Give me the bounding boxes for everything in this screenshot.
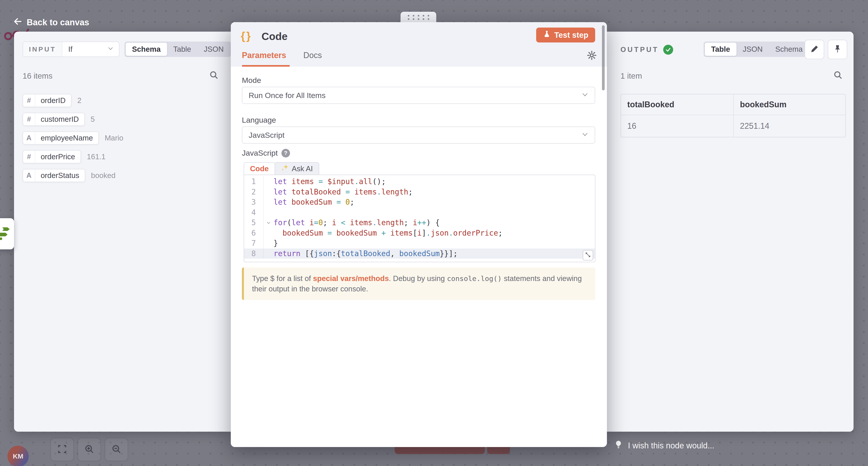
tab-docs[interactable]: Docs [303,51,322,60]
line-number: 1 [244,176,264,187]
output-panel: OUTPUT Table JSON Schema 1 item [607,32,854,432]
node-feedback-label: I wish this node would... [628,441,714,451]
code-line-text: let items = $input.all(); [274,177,386,186]
field-type-icon: # [23,113,35,125]
search-icon [209,77,219,80]
test-step-label: Test step [554,31,588,39]
success-check-icon [663,45,673,55]
input-search-button[interactable] [209,70,219,81]
code-line-text: } [274,239,278,247]
modal-scrollbar[interactable] [602,25,604,90]
code-node-icon: {} [241,29,252,42]
code-line-3[interactable]: 3let bookedSum = 0; [244,197,595,207]
test-step-button[interactable]: Test step [536,28,595,42]
input-tab-schema[interactable]: Schema [126,43,167,56]
back-to-canvas-button[interactable]: Back to canvas [13,17,89,28]
editor-tab-ask-ai[interactable]: Ask AI [275,162,319,175]
output-tab-table[interactable]: Table [705,43,737,56]
help-icon[interactable]: ? [281,149,290,158]
if-node-icon [0,225,13,242]
field-value: 2 [77,96,81,105]
input-node-selector[interactable]: INPUT If [23,41,119,57]
line-number: 8 [244,248,264,259]
schema-item: # customerID 5 [23,113,123,126]
code-line-6[interactable]: 6 bookedSum = bookedSum + items[i].json.… [244,228,595,238]
code-line-8[interactable]: 8return [{json:{totalBooked, bookedSum}}… [244,248,595,259]
output-search-button[interactable] [833,70,843,81]
chevron-down-icon [581,91,589,100]
hint-prefix: Type $ for a list of [252,274,313,282]
input-tab-json[interactable]: JSON [197,43,230,56]
flask-icon [543,30,551,40]
schema-field-pill[interactable]: # orderPrice [23,150,81,163]
language-select[interactable]: JavaScript [242,127,595,144]
schema-field-pill[interactable]: # customerID [23,113,85,126]
sparkles-icon [281,164,289,174]
canvas-zoom-toolbar [51,438,128,461]
back-label: Back to canvas [27,18,89,27]
line-number: 4 [244,207,264,218]
special-vars-link[interactable]: special vars/methods [313,274,389,282]
code-line-text: for(let i=0; i < items.length; i++) { [274,218,440,227]
field-type-icon: # [23,151,35,163]
drag-dots-icon [408,15,429,20]
hint-code: console.log() [447,274,502,282]
code-line-5[interactable]: 5for(let i=0; i < items.length; i++) { [244,218,595,228]
input-node-selector-value: If [68,45,72,54]
code-editor[interactable]: 1let items = $input.all();2let totalBook… [244,175,595,262]
line-number: 5 [244,218,264,228]
output-column-header: totalBooked [621,94,733,115]
output-tab-schema[interactable]: Schema [769,43,809,56]
editor-label: JavaScript [242,148,278,158]
input-tab-table[interactable]: Table [167,43,197,56]
schema-item: A orderStatus booked [23,169,123,182]
avatar[interactable]: KM [7,446,29,466]
app-screen: KM I wish this node would... Back to can… [0,0,868,466]
output-column-header: bookedSum [733,94,846,115]
code-line-7[interactable]: 7} [244,238,595,248]
output-tab-json[interactable]: JSON [737,43,769,56]
edit-output-button[interactable] [805,40,824,59]
code-line-1[interactable]: 1let items = $input.all(); [244,176,595,187]
code-node-modal: {} Code Test step Parameters Docs [231,22,607,447]
field-name: customerID [35,113,84,125]
editor-hint: Type $ for a list of special vars/method… [242,267,595,300]
code-line-4[interactable]: 4 [244,207,595,218]
hint-mid: . Debug by using [389,274,447,282]
fit-view-button[interactable] [51,438,74,461]
zoom-out-icon [111,444,122,455]
zoom-out-button[interactable] [105,438,128,461]
schema-item: A employeeName Mario [23,131,123,144]
fold-chevron-icon[interactable] [264,220,274,226]
line-number: 3 [244,197,264,207]
line-number: 6 [244,228,264,238]
pencil-icon [810,44,819,55]
code-line-2[interactable]: 2let totalBooked = items.length; [244,187,595,197]
output-cell: 2251.14 [733,115,846,137]
node-feedback-bar[interactable]: I wish this node would... [614,440,714,451]
pin-icon [833,44,842,55]
tab-parameters[interactable]: Parameters [242,51,286,60]
mode-select[interactable]: Run Once for All Items [242,87,595,104]
schema-field-pill[interactable]: A employeeName [23,131,99,144]
input-items-count: 16 items [23,71,53,80]
field-value: 5 [91,115,95,124]
editor-tabs: Code Ask AI [244,162,319,175]
editor-tab-code[interactable]: Code [244,162,275,175]
mode-select-value: Run Once for All Items [249,91,326,100]
schema-field-pill[interactable]: A orderStatus [23,169,85,182]
node-settings-button[interactable] [587,50,597,61]
field-type-icon: A [23,169,35,181]
output-cell: 16 [621,115,733,137]
input-label: INPUT [23,42,62,57]
field-type-icon: A [23,132,35,144]
field-name: employeeName [35,132,98,144]
pin-output-button[interactable] [828,40,847,59]
zoom-in-button[interactable] [78,438,101,461]
field-type-icon: # [23,94,35,107]
output-table-row[interactable]: 16 2251.14 [621,115,845,137]
schema-field-pill[interactable]: # orderID [23,94,71,107]
if-node-chip[interactable] [0,218,14,249]
expand-editor-button[interactable] [583,250,593,261]
field-value: 161.1 [87,153,105,161]
